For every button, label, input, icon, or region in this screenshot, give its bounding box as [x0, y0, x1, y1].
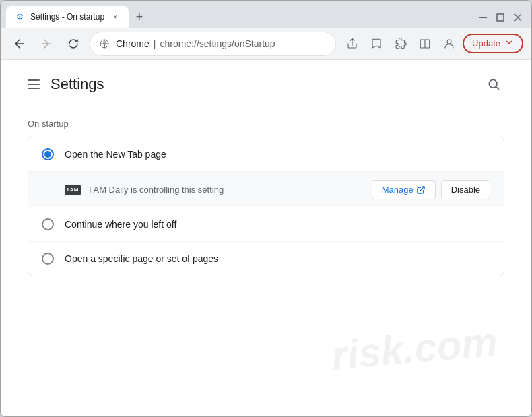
svg-rect-0 [479, 17, 487, 18]
address-text: Chrome | chrome://settings/onStartup [116, 38, 327, 49]
page-title: Settings [51, 75, 104, 93]
page-content: risk.com Settings [1, 60, 531, 416]
share-icon[interactable] [341, 33, 363, 55]
window-controls [469, 1, 531, 28]
disable-button[interactable]: Disable [441, 180, 490, 199]
maximize-button[interactable] [492, 9, 508, 26]
startup-option-specific-page[interactable]: Open a specific page or set of pages [28, 241, 504, 276]
extension-action-buttons: Manage Disable [372, 180, 490, 199]
update-menu-icon [504, 38, 514, 49]
option-new-tab-label: Open the New Tab page [65, 149, 490, 160]
extensions-icon[interactable] [390, 33, 411, 55]
tab-close-button[interactable]: × [110, 11, 121, 22]
update-button[interactable]: Update [463, 34, 523, 53]
startup-option-new-tab[interactable]: Open the New Tab page [28, 137, 504, 171]
new-tab-button[interactable]: + [130, 7, 149, 26]
startup-option-continue[interactable]: Continue where you left off [28, 207, 504, 241]
address-bar[interactable]: Chrome | chrome://settings/onStartup [90, 32, 336, 56]
title-bar: ⚙ Settings - On startup × + [1, 1, 531, 28]
manage-button[interactable]: Manage [372, 180, 436, 199]
option-continue-label: Continue where you left off [65, 219, 490, 230]
extension-message: I AM Daily is controlling this setting [89, 185, 372, 195]
startup-options-card: Open the New Tab page I AM I AM Daily is… [28, 137, 504, 276]
tab-strip: ⚙ Settings - On startup × + [1, 1, 469, 28]
browser-window: ⚙ Settings - On startup × + [0, 0, 532, 417]
nav-bar: Chrome | chrome://settings/onStartup [1, 28, 531, 60]
profile-icon[interactable] [438, 33, 460, 55]
site-security-icon [98, 38, 110, 50]
bookmark-icon[interactable] [366, 33, 387, 55]
tab-title: Settings - On startup [30, 12, 104, 22]
minimize-button[interactable] [475, 9, 491, 26]
extension-notification-row: I AM I AM Daily is controlling this sett… [28, 171, 504, 207]
manage-button-label: Manage [382, 185, 413, 195]
address-url: chrome://settings/onStartup [160, 38, 275, 49]
radio-new-tab[interactable] [42, 148, 54, 160]
forward-button[interactable] [36, 33, 57, 55]
reload-button[interactable] [63, 33, 84, 55]
active-tab[interactable]: ⚙ Settings - On startup × [6, 6, 129, 28]
close-button[interactable] [510, 9, 526, 26]
option-specific-page-label: Open a specific page or set of pages [65, 253, 490, 264]
settings-layout: Settings On startup Open the New Tab pag… [1, 60, 531, 416]
split-screen-icon[interactable] [414, 33, 436, 55]
svg-point-7 [447, 40, 451, 44]
svg-point-8 [489, 79, 497, 88]
tab-favicon: ⚙ [14, 11, 25, 22]
section-label: On startup [28, 119, 504, 129]
radio-continue[interactable] [42, 218, 54, 230]
nav-right-icons: Update [341, 33, 523, 55]
hamburger-menu-icon[interactable] [28, 79, 40, 89]
svg-rect-1 [497, 14, 504, 21]
back-button[interactable] [9, 33, 30, 55]
on-startup-section: On startup Open the New Tab page I AM I … [28, 102, 504, 276]
settings-main: Settings On startup Open the New Tab pag… [1, 60, 531, 416]
settings-title-row: Settings [28, 75, 104, 93]
extension-favicon: I AM [65, 185, 81, 195]
radio-specific-page[interactable] [42, 253, 54, 265]
settings-header: Settings [28, 60, 504, 102]
address-domain: Chrome [116, 38, 149, 49]
update-button-label: Update [472, 38, 500, 49]
settings-search-button[interactable] [483, 73, 504, 95]
